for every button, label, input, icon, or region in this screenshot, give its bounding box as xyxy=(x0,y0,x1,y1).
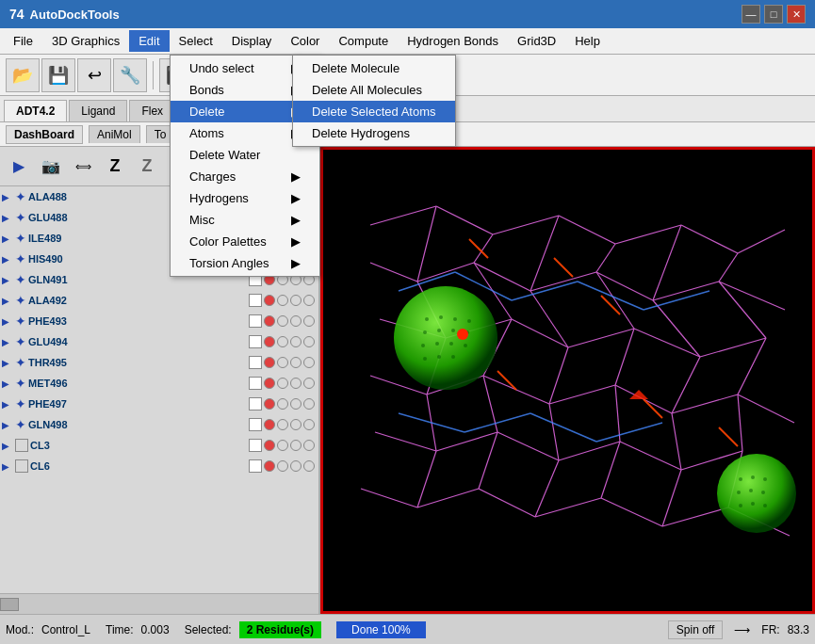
spinoff-arrow[interactable]: ⟶ xyxy=(734,623,750,636)
main-content: ▶ 📷 ⟺ Z Z ▶ ✦ ALA488 ▶ ✦ GLU488 xyxy=(0,147,815,614)
tab-adt42[interactable]: ADT4.2 xyxy=(4,100,67,121)
menu-file[interactable]: File xyxy=(4,30,42,52)
tb2-play[interactable]: ▶ xyxy=(4,152,34,182)
list-item[interactable]: ▶ CL6 xyxy=(0,456,318,476)
delete-selected-atoms[interactable]: Delete Selected Atoms xyxy=(293,101,455,122)
h-scrollbar[interactable] xyxy=(0,593,318,614)
menu-charges[interactable]: Charges ▶ xyxy=(171,166,319,187)
tb2-z2[interactable]: Z xyxy=(132,152,162,182)
mol-circle-o xyxy=(277,295,288,306)
menu-edit[interactable]: Edit xyxy=(129,30,169,52)
svg-line-35 xyxy=(479,489,535,517)
spinoff-button[interactable]: Spin off xyxy=(668,620,723,639)
submenu-arrow: ▶ xyxy=(291,191,301,205)
list-item[interactable]: ▶ ✦ THR495 xyxy=(0,352,318,373)
list-item[interactable]: ▶ ✦ ALA492 xyxy=(0,290,318,311)
mol-check[interactable] xyxy=(249,294,262,307)
mol-check[interactable] xyxy=(249,356,262,369)
menu-display[interactable]: Display xyxy=(222,30,282,52)
mol-circle-o2 xyxy=(290,419,302,430)
tab-flex[interactable]: Flex xyxy=(129,100,175,121)
menu-compute[interactable]: Compute xyxy=(329,30,398,52)
expand-arrow: ▶ xyxy=(2,461,15,472)
mol-circle-r xyxy=(264,357,275,368)
menu-grid3d[interactable]: Grid3D xyxy=(508,30,565,52)
mol-circle-o xyxy=(277,357,288,368)
svg-point-93 xyxy=(421,344,425,347)
mol-viz xyxy=(323,150,812,611)
svg-line-45 xyxy=(719,253,738,282)
delete-all-molecules[interactable]: Delete All Molecules xyxy=(293,79,455,101)
mol-circle-r xyxy=(264,378,275,389)
svg-line-50 xyxy=(653,300,700,357)
expand-arrow: ▶ xyxy=(2,233,15,244)
svg-point-95 xyxy=(449,342,453,346)
svg-point-104 xyxy=(749,489,753,492)
submenu-arrow: ▶ xyxy=(291,256,301,270)
mol-circle-o3 xyxy=(303,398,315,410)
tb2-z1[interactable]: Z xyxy=(100,152,130,182)
svg-line-75 xyxy=(399,413,465,432)
list-item[interactable]: ▶ ✦ MET496 xyxy=(0,373,318,394)
svg-point-86 xyxy=(439,315,443,319)
mol-check[interactable] xyxy=(249,418,262,431)
animol-tab[interactable]: AniMol xyxy=(89,125,140,143)
toolbar-save[interactable]: 💾 xyxy=(41,58,75,92)
maximize-button[interactable]: □ xyxy=(764,5,783,24)
svg-line-6 xyxy=(738,230,785,253)
menu-3dgraphics[interactable]: 3D Graphics xyxy=(42,30,129,52)
menu-hydrogen-bonds[interactable]: Hydrogen Bonds xyxy=(398,30,508,52)
delete-hydrogens[interactable]: Delete Hydrogens xyxy=(293,122,455,144)
mol-circle-o2 xyxy=(290,460,302,472)
mol-check[interactable] xyxy=(249,377,262,390)
svg-point-102 xyxy=(763,477,767,481)
mol-check[interactable] xyxy=(249,459,262,473)
menu-hydrogens[interactable]: Hydrogens ▶ xyxy=(171,187,319,209)
tb2-camera[interactable]: 📷 xyxy=(36,152,66,182)
delete-molecule[interactable]: Delete Molecule xyxy=(293,57,455,79)
svg-line-30 xyxy=(559,442,620,460)
menu-misc[interactable]: Misc ▶ xyxy=(171,209,319,231)
menu-color[interactable]: Color xyxy=(281,30,329,52)
list-item[interactable]: ▶ CL3 xyxy=(0,435,318,456)
svg-line-51 xyxy=(719,282,766,338)
mol-check[interactable] xyxy=(249,335,262,348)
scroll-thumb[interactable] xyxy=(0,598,19,611)
menu-torsion-angles[interactable]: Torsion Angles ▶ xyxy=(171,252,319,274)
mol-check[interactable] xyxy=(249,397,262,411)
mol-circle-r xyxy=(264,295,275,306)
menu-delete-water[interactable]: Delete Water xyxy=(171,144,319,166)
list-item[interactable]: ▶ ✦ PHE493 xyxy=(0,311,318,331)
mol-icon-yellow xyxy=(15,439,28,452)
menu-help[interactable]: Help xyxy=(565,30,610,52)
tab-ligand[interactable]: Ligand xyxy=(69,100,127,121)
list-item[interactable]: ▶ ✦ GLU494 xyxy=(0,331,318,352)
expand-arrow: ▶ xyxy=(2,358,15,368)
list-item[interactable]: ▶ ✦ PHE497 xyxy=(0,394,318,414)
svg-line-72 xyxy=(512,282,578,300)
svg-line-61 xyxy=(615,385,620,442)
mol-circle-r xyxy=(264,315,275,327)
expand-arrow: ▶ xyxy=(2,296,15,306)
mol-check[interactable] xyxy=(249,314,262,328)
dashboard-tab[interactable]: DashBoard xyxy=(6,125,83,144)
menu-color-palettes[interactable]: Color Palettes ▶ xyxy=(171,231,319,252)
toolbar-run[interactable]: 🔧 xyxy=(113,58,147,92)
svg-line-34 xyxy=(417,489,479,507)
svg-line-54 xyxy=(549,347,568,404)
toolbar-open[interactable]: 📂 xyxy=(6,58,40,92)
mol-check[interactable] xyxy=(249,439,262,452)
tb2-arrows[interactable]: ⟺ xyxy=(68,152,98,182)
close-button[interactable]: ✕ xyxy=(787,5,806,24)
mol-icon-star: ✦ xyxy=(15,376,26,391)
toolbar-undo[interactable]: ↩ xyxy=(77,58,111,92)
svg-line-1 xyxy=(436,206,493,234)
svg-line-77 xyxy=(530,413,596,442)
minimize-button[interactable]: — xyxy=(742,5,760,24)
svg-point-89 xyxy=(423,330,427,334)
menu-select[interactable]: Select xyxy=(170,30,222,52)
svg-line-16 xyxy=(512,319,568,347)
app-icon: 74 xyxy=(9,7,24,22)
svg-line-31 xyxy=(620,442,681,470)
list-item[interactable]: ▶ ✦ GLN498 xyxy=(0,414,318,435)
